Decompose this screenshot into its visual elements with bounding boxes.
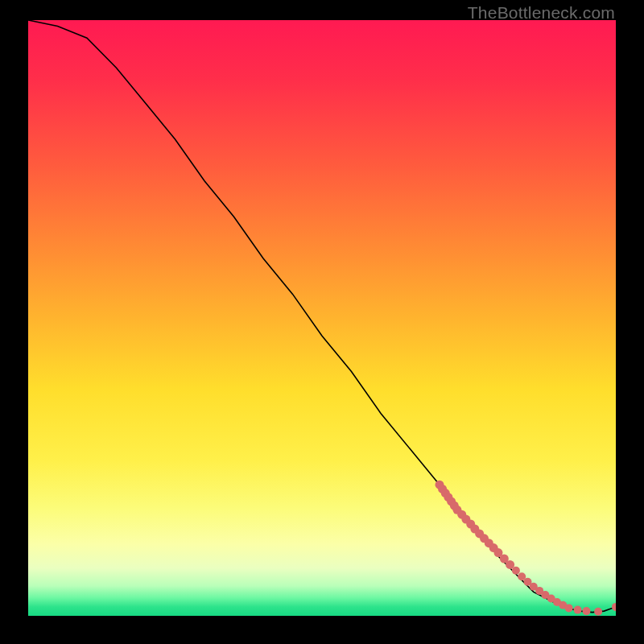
marker-dot bbox=[512, 567, 520, 575]
plot-area bbox=[28, 20, 616, 616]
marker-dot bbox=[574, 606, 582, 614]
watermark-text: TheBottleneck.com bbox=[468, 3, 615, 23]
marker-dot bbox=[612, 603, 616, 611]
chart-frame: TheBottleneck.com bbox=[0, 0, 644, 644]
chart-svg bbox=[28, 20, 616, 616]
marker-dot bbox=[594, 608, 602, 616]
marker-dot bbox=[583, 607, 591, 615]
bottleneck-curve bbox=[28, 20, 616, 613]
marker-group bbox=[436, 481, 617, 616]
marker-dot bbox=[565, 604, 573, 612]
